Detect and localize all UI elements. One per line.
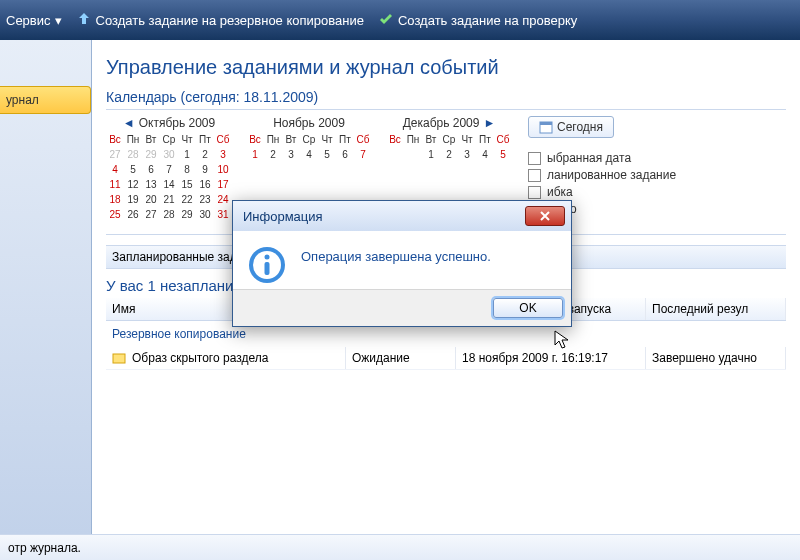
close-icon	[539, 211, 551, 221]
dialog-titlebar[interactable]: Информация	[233, 201, 571, 231]
svg-rect-6	[265, 262, 270, 275]
calendar-heading: Календарь (сегодня: 18.11.2009)	[106, 89, 786, 105]
calendar-icon	[539, 120, 553, 134]
dialog-ok-button[interactable]: OK	[493, 298, 563, 318]
month-label: Декабрь 2009	[403, 116, 480, 130]
svg-rect-2	[113, 354, 125, 363]
service-menu[interactable]: Сервис ▾	[6, 13, 62, 28]
task-result: Завершено удачно	[646, 347, 786, 369]
task-name: Образ скрытого раздела	[132, 351, 268, 365]
month-grid[interactable]: ВсПнВтСрЧтПтСб 27282930123 45678910 1112…	[106, 132, 232, 222]
page-title: Управление заданиями и журнал событий	[106, 56, 786, 79]
legend-planned: ланированное задание	[528, 168, 676, 182]
main-toolbar: Сервис ▾ Создать задание на резервное ко…	[0, 0, 800, 40]
info-icon	[247, 245, 287, 285]
legend-error: ибка	[528, 185, 676, 199]
sidebar: урнал	[0, 40, 92, 534]
today-button[interactable]: Сегодня	[528, 116, 614, 138]
month-label: Октябрь 2009	[139, 116, 216, 130]
task-row[interactable]: Образ скрытого раздела Ожидание 18 ноябр…	[106, 347, 786, 370]
status-bar: отр журнала.	[0, 534, 800, 560]
task-state: Ожидание	[346, 347, 456, 369]
svg-rect-1	[540, 122, 552, 125]
task-time: 18 ноября 2009 г. 16:19:17	[456, 347, 646, 369]
create-check-button[interactable]: Создать задание на проверку	[378, 12, 577, 28]
col-result[interactable]: Последний резул	[646, 298, 786, 320]
create-backup-button[interactable]: Создать задание на резервное копирование	[76, 12, 364, 28]
sidebar-tab-label: урнал	[6, 93, 39, 107]
dialog-title: Информация	[243, 209, 323, 224]
dialog-message: Операция завершена успешно.	[301, 245, 491, 264]
today-label: Сегодня	[557, 120, 603, 134]
prev-month-icon[interactable]: ◄	[123, 116, 135, 130]
create-check-label: Создать задание на проверку	[398, 13, 577, 28]
next-month-icon[interactable]: ►	[483, 116, 495, 130]
check-icon	[378, 12, 394, 28]
legend-selected: ыбранная дата	[528, 151, 676, 165]
create-backup-label: Создать задание на резервное копирование	[96, 13, 364, 28]
month-label: Ноябрь 2009	[273, 116, 345, 130]
info-dialog: Информация Операция завершена успешно. O…	[232, 200, 572, 327]
backup-icon	[76, 12, 92, 28]
status-text: отр журнала.	[8, 541, 81, 555]
dropdown-icon: ▾	[55, 13, 62, 28]
month-grid[interactable]: ВсПнВтСрЧтПтСб 1234567	[246, 132, 372, 162]
task-icon	[112, 351, 126, 365]
month-grid[interactable]: ВсПнВтСрЧтПтСб 12345	[386, 132, 512, 162]
calendar-month-oct: ◄Октябрь 2009 ВсПнВтСрЧтПтСб 27282930123…	[106, 116, 232, 222]
dialog-close-button[interactable]	[525, 206, 565, 226]
svg-point-5	[265, 255, 270, 260]
sidebar-tab-journal[interactable]: урнал	[0, 86, 91, 114]
service-label: Сервис	[6, 13, 51, 28]
